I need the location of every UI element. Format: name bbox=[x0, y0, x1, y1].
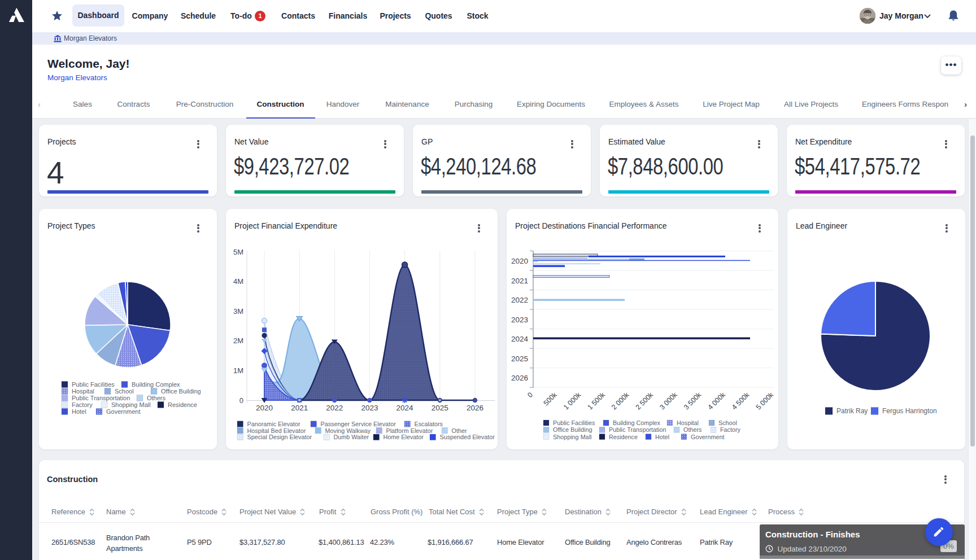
svg-text:Hotel: Hotel bbox=[72, 408, 86, 415]
svg-text:2025: 2025 bbox=[511, 355, 528, 363]
svg-text:Escalators: Escalators bbox=[415, 421, 443, 427]
svg-text:Moving Walkway: Moving Walkway bbox=[325, 427, 371, 434]
svg-text:2024: 2024 bbox=[511, 335, 529, 343]
svg-text:2M: 2M bbox=[233, 336, 243, 345]
svg-text:2 000k: 2 000k bbox=[610, 391, 631, 412]
svg-text:Residence: Residence bbox=[609, 434, 638, 440]
svg-text:0: 0 bbox=[239, 396, 243, 405]
svg-text:2021: 2021 bbox=[511, 277, 528, 285]
svg-text:3M: 3M bbox=[233, 307, 243, 316]
svg-text:5M: 5M bbox=[233, 248, 243, 256]
svg-text:2026: 2026 bbox=[467, 404, 483, 412]
svg-text:4 000k: 4 000k bbox=[706, 391, 727, 412]
svg-text:Shopping Mall: Shopping Mall bbox=[553, 434, 591, 440]
svg-text:Dumb Waiter: Dumb Waiter bbox=[334, 434, 369, 440]
svg-text:Residence: Residence bbox=[168, 401, 197, 408]
svg-text:2023: 2023 bbox=[511, 316, 528, 324]
svg-text:Hospital Bed Elevator: Hospital Bed Elevator bbox=[247, 427, 306, 434]
svg-text:Hospital: Hospital bbox=[677, 419, 699, 426]
svg-text:Other: Other bbox=[452, 427, 467, 434]
svg-text:2023: 2023 bbox=[361, 404, 378, 412]
svg-text:1M: 1M bbox=[233, 366, 243, 375]
svg-text:2025: 2025 bbox=[432, 404, 448, 412]
svg-text:Fergus Harrington: Fergus Harrington bbox=[882, 407, 937, 415]
svg-text:Platform Elevator: Platform Elevator bbox=[386, 427, 433, 434]
svg-text:Public Transportation: Public Transportation bbox=[609, 426, 666, 433]
svg-text:Office Building: Office Building bbox=[553, 426, 592, 433]
svg-text:Building Complex: Building Complex bbox=[613, 419, 661, 426]
svg-text:Hotel: Hotel bbox=[655, 434, 669, 440]
svg-text:500k: 500k bbox=[542, 391, 559, 408]
svg-text:3 000k: 3 000k bbox=[658, 391, 679, 412]
svg-text:2021: 2021 bbox=[291, 404, 308, 412]
svg-text:Government: Government bbox=[691, 434, 724, 440]
svg-text:2024: 2024 bbox=[396, 404, 414, 412]
svg-text:Factory: Factory bbox=[72, 401, 93, 408]
svg-text:2020: 2020 bbox=[256, 404, 273, 412]
svg-text:Passenger Service Elevator: Passenger Service Elevator bbox=[321, 421, 396, 427]
svg-text:Public Transportation: Public Transportation bbox=[72, 395, 130, 401]
svg-text:4M: 4M bbox=[233, 277, 243, 286]
svg-text:School: School bbox=[718, 419, 737, 426]
svg-text:Office Building: Office Building bbox=[161, 388, 201, 395]
svg-text:Special Design Elevator: Special Design Elevator bbox=[247, 434, 312, 440]
svg-text:Factory: Factory bbox=[720, 426, 741, 433]
svg-text:5 000k: 5 000k bbox=[755, 391, 775, 412]
svg-text:2022: 2022 bbox=[326, 404, 343, 412]
svg-text:3 500k: 3 500k bbox=[682, 391, 703, 412]
svg-text:2026: 2026 bbox=[511, 374, 528, 382]
svg-text:2020: 2020 bbox=[511, 257, 528, 265]
svg-text:Hospital: Hospital bbox=[72, 388, 94, 395]
svg-text:Others: Others bbox=[683, 426, 702, 433]
svg-text:1 500k: 1 500k bbox=[586, 391, 607, 412]
svg-text:2 500k: 2 500k bbox=[634, 391, 655, 412]
svg-text:Public Facilities: Public Facilities bbox=[553, 419, 595, 426]
svg-text:0: 0 bbox=[526, 391, 534, 399]
svg-text:4 500k: 4 500k bbox=[730, 391, 751, 412]
svg-text:Shopping Mall: Shopping Mall bbox=[111, 401, 151, 408]
svg-text:Suspended Elevator: Suspended Elevator bbox=[440, 434, 495, 440]
svg-text:Others: Others bbox=[147, 395, 166, 401]
svg-text:2022: 2022 bbox=[511, 296, 528, 304]
svg-text:Government: Government bbox=[106, 408, 141, 415]
svg-text:1 000k: 1 000k bbox=[562, 391, 583, 412]
svg-text:Public Facilities: Public Facilities bbox=[72, 381, 115, 388]
svg-text:Patrik Ray: Patrik Ray bbox=[836, 407, 868, 415]
svg-text:Panoramic Elevator: Panoramic Elevator bbox=[247, 421, 301, 427]
svg-text:Building Complex: Building Complex bbox=[132, 381, 180, 388]
svg-text:School: School bbox=[115, 388, 134, 395]
svg-text:Home Elevator: Home Elevator bbox=[384, 434, 424, 440]
